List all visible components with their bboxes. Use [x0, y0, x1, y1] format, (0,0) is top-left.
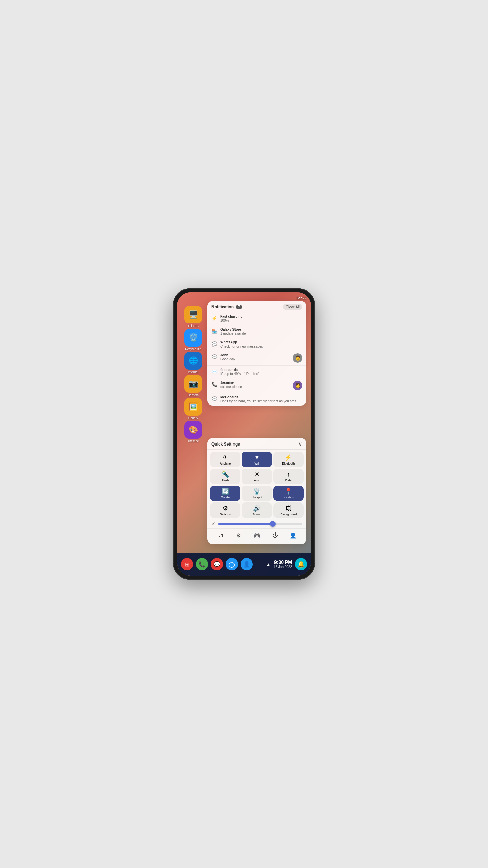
quick-settings-collapse-icon[interactable]: ∨	[298, 441, 302, 447]
bluetooth-label: Bluetooth	[282, 462, 295, 465]
taskbar-phone-button[interactable]: 📞	[196, 558, 208, 570]
notif-item-galaxy-store[interactable]: 🏪 Galaxy Store 1 update availale	[207, 325, 306, 338]
notif-app-jasmine: Jasmine	[220, 381, 290, 384]
qs-tile-data[interactable]: ↕ Data	[273, 469, 304, 484]
notif-app-fast-charging: Fast charging	[220, 315, 302, 318]
qs-bottom-user-icon[interactable]: 👤	[288, 530, 299, 541]
qs-tile-airplane[interactable]: ✈ Airplane	[210, 452, 240, 467]
clear-all-button[interactable]: Clear All	[283, 304, 302, 310]
qs-bottom-multitask-icon[interactable]: 🗂	[215, 530, 226, 541]
gallery-icon: 🖼️	[184, 398, 202, 416]
taskbar-messages-button[interactable]: 💬	[211, 558, 223, 570]
icon-themee[interactable]: 🎨 Themee	[182, 421, 205, 443]
qs-tile-flash[interactable]: 🔦 Flash	[210, 469, 240, 484]
themee-label: Themee	[187, 439, 199, 443]
taskbar-time-block: 9:30 PM 15 Jan 2022	[273, 560, 292, 569]
location-icon: 📍	[285, 488, 292, 494]
notif-item-mcdonalds[interactable]: 💬 McDonalds Don't try so hard, You're si…	[207, 393, 306, 406]
thic-pc-label: Thic PC	[188, 324, 199, 328]
icon-gallery[interactable]: 🖼️ Gallery	[182, 398, 205, 420]
notif-content-jasmine: Jasmine call me please	[220, 381, 290, 389]
data-label: Data	[285, 479, 292, 482]
notification-header: Notification 7 Clear All	[207, 301, 306, 312]
notif-content-mcdonalds: McDonalds Don't try so hard, You're simp…	[220, 395, 302, 403]
notification-badge: 7	[236, 305, 242, 309]
qs-tile-auto[interactable]: ☀ Auto	[242, 469, 272, 484]
hotspot-icon: 📡	[253, 488, 261, 494]
sound-icon: 🔊	[253, 505, 261, 511]
settings-label: Settings	[220, 513, 231, 516]
notif-item-jasmine[interactable]: 📞 Jasmine call me please 👩	[207, 378, 306, 393]
john-icon: 💬	[211, 354, 218, 360]
airplane-icon: ✈	[223, 454, 228, 460]
notif-item-foodpanda[interactable]: ✉️ foodpanda It's up to 49% off Domino's…	[207, 366, 306, 378]
location-label: Location	[283, 496, 294, 499]
themee-icon: 🎨	[184, 421, 202, 439]
taskbar-browser-button[interactable]: ◯	[226, 558, 238, 570]
data-icon: ↕	[287, 471, 290, 477]
notif-item-whatsapp[interactable]: 💬 WhatsApp Checking for new messages	[207, 338, 306, 351]
qs-bottom-power-icon[interactable]: ⏻	[270, 530, 281, 541]
notif-item-john[interactable]: 💬 John Good day 👨	[207, 351, 306, 366]
wifi-icon: ▼	[254, 454, 260, 460]
notification-panel: Notification 7 Clear All ⚡ Fast charging…	[207, 301, 306, 406]
notif-app-john: John	[220, 353, 290, 357]
quick-settings-panel: Quick Settings ∨ ✈ Airplane ▼ Wifi ⚡ Blu…	[207, 438, 306, 544]
icon-thic-pc[interactable]: 🖥️ Thic PC	[182, 306, 205, 328]
notif-item-fast-charging[interactable]: ⚡ Fast charging 100%	[207, 312, 306, 325]
notif-content-foodpanda: foodpanda It's up to 49% off Domino's!	[220, 368, 302, 376]
notif-content-fast-charging: Fast charging 100%	[220, 315, 302, 322]
notif-title-text: Notification	[211, 304, 234, 309]
notif-msg-mcdonalds: Don't try so hard, You're simply perfect…	[220, 399, 302, 403]
taskbar: ⊞ 📞 💬 ◯ 👤 ▲	[177, 553, 311, 576]
notif-app-whatsapp: WhatsApp	[220, 340, 302, 344]
galaxy-store-icon: 🏪	[211, 328, 218, 334]
recycle-bin-icon: 🗑️	[184, 329, 202, 347]
taskbar-bell-button[interactable]: 🔔	[295, 558, 307, 570]
qs-tile-bluetooth[interactable]: ⚡ Bluetooth	[273, 452, 304, 467]
taskbar-contacts-button[interactable]: 👤	[241, 558, 253, 570]
qs-bottom-game-icon[interactable]: 🎮	[251, 530, 262, 541]
icon-internet[interactable]: 🌐 Internet	[182, 352, 205, 374]
camera-label: Camera	[188, 393, 199, 397]
brightness-track[interactable]	[218, 523, 302, 525]
gallery-label: Gallery	[188, 416, 198, 420]
internet-label: Internet	[188, 370, 199, 374]
fast-charging-icon: ⚡	[211, 315, 218, 321]
quick-settings-grid: ✈ Airplane ▼ Wifi ⚡ Bluetooth 🔦 Flash	[207, 450, 306, 520]
notif-app-galaxy-store: Galaxy Store	[220, 328, 302, 331]
notif-content-whatsapp: WhatsApp Checking for new messages	[220, 340, 302, 348]
qs-tile-background[interactable]: 🖼 Background	[273, 502, 304, 518]
brightness-row: ☀	[207, 520, 306, 528]
qs-bottom-settings-icon[interactable]: ⚙	[233, 530, 244, 541]
flash-icon: 🔦	[222, 471, 229, 477]
bluetooth-icon: ⚡	[285, 454, 292, 460]
qs-tile-location[interactable]: 📍 Location	[273, 486, 304, 501]
notification-title: Notification 7	[211, 304, 242, 309]
qs-bottom-row: 🗂 ⚙ 🎮 ⏻ 👤	[207, 528, 306, 541]
sound-label: Sound	[252, 513, 261, 516]
camera-icon: 📷	[184, 375, 202, 393]
rotate-icon: 🔄	[222, 488, 229, 494]
notif-content-john: John Good day	[220, 353, 290, 361]
expand-arrow-icon[interactable]: ▲	[266, 561, 271, 567]
jasmine-icon: 📞	[211, 381, 218, 387]
foodpanda-icon: ✉️	[211, 368, 218, 374]
taskbar-start-button[interactable]: ⊞	[181, 558, 193, 570]
notif-content-galaxy-store: Galaxy Store 1 update availale	[220, 328, 302, 335]
qs-tile-hotspot[interactable]: 📡 Hotspot	[242, 486, 272, 501]
qs-tile-wifi[interactable]: ▼ Wifi	[242, 452, 272, 467]
auto-label: Auto	[254, 479, 260, 482]
icon-camera[interactable]: 📷 Camera	[182, 375, 205, 397]
qs-tile-sound[interactable]: 🔊 Sound	[242, 502, 272, 518]
icon-recycle-bin[interactable]: 🗑️ Recycle Bin	[182, 329, 205, 351]
john-avatar: 👨	[293, 353, 302, 363]
notif-msg-jasmine: call me please	[220, 385, 290, 389]
brightness-icon: ☀	[211, 521, 215, 526]
quick-settings-header: Quick Settings ∨	[207, 438, 306, 450]
qs-tile-settings[interactable]: ⚙ Settings	[210, 502, 240, 518]
brightness-thumb[interactable]	[270, 521, 276, 527]
bell-icon: 🔔	[297, 560, 305, 568]
qs-tile-rotate[interactable]: 🔄 Rotate	[210, 486, 240, 501]
mcdonalds-icon: 💬	[211, 396, 218, 402]
